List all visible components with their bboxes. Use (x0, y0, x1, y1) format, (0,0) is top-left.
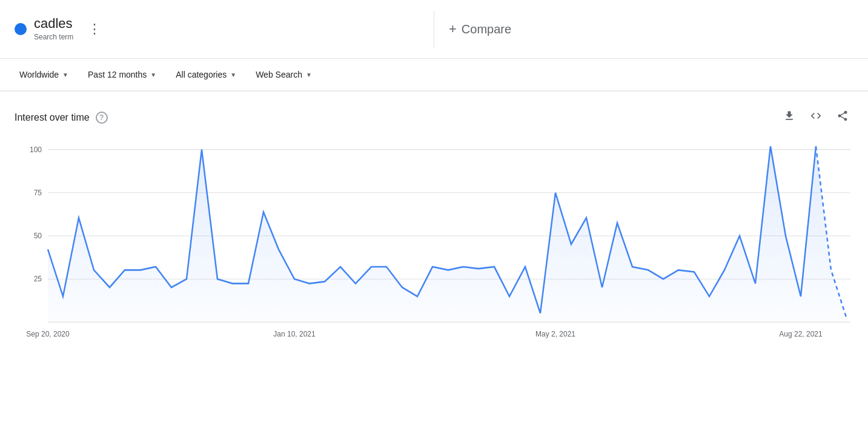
help-icon[interactable]: ? (96, 112, 108, 124)
embed-icon (810, 110, 822, 122)
period-filter-button[interactable]: Past 12 months ▼ (83, 66, 161, 83)
more-options-button[interactable]: ⋮ (81, 16, 108, 42)
chart-actions (778, 106, 853, 129)
trend-area (48, 146, 846, 322)
svg-text:75: 75 (34, 189, 42, 197)
more-icon: ⋮ (88, 21, 101, 37)
chart-title-block: Interest over time ? (15, 112, 108, 124)
compare-button[interactable]: + Compare (449, 21, 511, 37)
search-type-dropdown-icon: ▼ (306, 72, 312, 78)
interest-over-time-chart: 100 75 50 25 Sep 20, 2020 Jan 10, 2021 M… (15, 143, 853, 349)
period-label: Past 12 months (88, 70, 147, 79)
search-type-filter-button[interactable]: Web Search ▼ (251, 66, 317, 83)
region-label: Worldwide (19, 70, 59, 79)
term-color-dot (15, 23, 27, 35)
svg-text:25: 25 (34, 275, 42, 283)
filters-bar: Worldwide ▼ Past 12 months ▼ All categor… (0, 59, 868, 92)
search-type-label: Web Search (256, 70, 302, 79)
svg-text:Aug 22, 2021: Aug 22, 2021 (779, 329, 822, 338)
compare-plus-icon: + (449, 21, 457, 37)
chart-title: Interest over time (15, 112, 90, 123)
term-name: cadles (34, 16, 73, 32)
category-dropdown-icon: ▼ (230, 72, 236, 78)
compare-label: Compare (462, 22, 511, 36)
share-icon (837, 110, 849, 122)
svg-text:100: 100 (30, 146, 42, 154)
region-dropdown-icon: ▼ (62, 72, 68, 78)
svg-text:50: 50 (34, 232, 42, 240)
share-button[interactable] (832, 106, 853, 129)
category-filter-button[interactable]: All categories ▼ (171, 66, 241, 83)
chart-svg: 100 75 50 25 Sep 20, 2020 Jan 10, 2021 M… (15, 143, 853, 349)
term-text-block: cadles Search term (34, 16, 73, 42)
search-term-block: cadles Search term ⋮ (15, 16, 419, 42)
term-label: Search term (34, 32, 73, 42)
header-divider (434, 11, 434, 47)
svg-text:May 2, 2021: May 2, 2021 (535, 329, 575, 338)
chart-header: Interest over time ? (15, 106, 853, 129)
region-filter-button[interactable]: Worldwide ▼ (15, 66, 73, 83)
category-label: All categories (176, 70, 227, 79)
header: cadles Search term ⋮ + Compare (0, 0, 868, 59)
chart-section: Interest over time ? 100 75 (0, 92, 868, 349)
embed-button[interactable] (805, 106, 827, 129)
svg-text:Jan 10, 2021: Jan 10, 2021 (273, 329, 315, 338)
compare-block: + Compare (449, 21, 853, 37)
period-dropdown-icon: ▼ (150, 72, 156, 78)
download-icon (783, 110, 795, 122)
svg-text:Sep 20, 2020: Sep 20, 2020 (26, 329, 69, 338)
download-button[interactable] (778, 106, 800, 129)
